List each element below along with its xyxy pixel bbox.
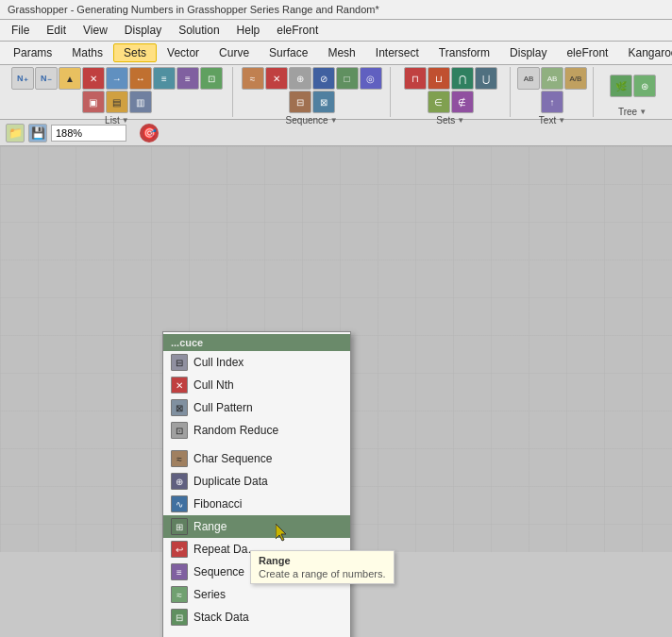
toolbar-icon-shift[interactable]: ↔ <box>129 67 152 90</box>
dropdown-item-fibonacci[interactable]: ∿ Fibonacci <box>163 493 350 515</box>
sequence-label: Sequence <box>193 565 244 578</box>
toolbar-group-arrow-sequence: ▼ <box>330 116 338 125</box>
toolbar-icon-sets1[interactable]: ⊓ <box>404 67 427 90</box>
toolbar: N₊ N₋ ▲ ✕ → ↔ ≡ ≡ ⊡ ▣ ▤ ▥ List ▼ ≈ ✕ ⊕ ⊘… <box>0 65 672 120</box>
menu-view[interactable]: View <box>76 22 115 39</box>
toolbar-group-text: AB AB A/B ↑ Text ▼ <box>512 67 594 117</box>
tab-surface[interactable]: Surface <box>260 44 317 61</box>
range-label: Range <box>193 520 227 533</box>
toolbar-icon-sets5[interactable]: ∈ <box>428 91 450 113</box>
toolbar-icon-n2[interactable]: N₋ <box>35 67 58 90</box>
zoom-input[interactable] <box>51 125 126 142</box>
toolbar-icon-tree2[interactable]: ⊛ <box>633 75 656 97</box>
char-sequence-label: Char Sequence <box>193 452 272 465</box>
dropdown-item-duplicate-data[interactable]: ⊕ Duplicate Data <box>163 470 350 493</box>
cull-nth-icon: ✕ <box>171 377 188 394</box>
toolbar-group-arrow-text: ▼ <box>558 116 565 125</box>
cull-pattern-label: Cull Pattern <box>193 401 253 414</box>
toolbar-icon-sets6[interactable]: ∉ <box>451 91 474 113</box>
window-title: Grasshopper - Generating Numbers in Gras… <box>8 4 379 15</box>
toolbar-icon-sort[interactable]: ▲ <box>59 67 81 90</box>
dropdown-item-cull-nth[interactable]: ✕ Cull Nth <box>163 374 350 396</box>
toolbar-icon-list6[interactable]: ▥ <box>129 91 152 113</box>
toolbar-group-tree: 🌿 ⊛ Tree ▼ <box>595 67 670 117</box>
toolbar-icon-n1[interactable]: N₊ <box>11 67 34 90</box>
random-reduce-label: Random Reduce <box>193 424 278 437</box>
duplicate-data-label: Duplicate Data <box>193 475 268 488</box>
series-icon: ≈ <box>171 586 188 603</box>
dropdown-item-series[interactable]: ≈ Series <box>163 583 350 606</box>
toolbar-icon-list4[interactable]: ▣ <box>82 91 105 113</box>
toolbar-icon-sets4[interactable]: ⋃ <box>475 67 497 90</box>
toolbar-icon-text1[interactable]: AB <box>517 67 540 90</box>
toolbar-icon-seq2[interactable]: ✕ <box>265 67 288 90</box>
toolbar-icon-seq6[interactable]: ◎ <box>360 67 382 90</box>
toolbar-icon-seq5[interactable]: □ <box>336 67 359 90</box>
toolbar-label-tree: Tree ▼ <box>618 107 647 117</box>
tab-sets[interactable]: Sets <box>113 43 157 62</box>
menu-display[interactable]: Display <box>117 22 169 39</box>
char-sequence-icon: ≈ <box>171 450 188 467</box>
tab-vector[interactable]: Vector <box>158 44 209 61</box>
toolbar-icon-seq7[interactable]: ⊟ <box>289 91 311 113</box>
dropdown-header: ...cuce <box>163 334 350 351</box>
cull-index-label: Cull Index <box>193 356 244 369</box>
toolbar-group-arrow-sets: ▼ <box>457 116 464 125</box>
tab-kangaroo2[interactable]: Kangaroo2 <box>618 44 672 61</box>
toolbar-sets-icons: ⊓ ⊔ ⋂ ⋃ ∈ ∉ <box>395 67 506 113</box>
toolbar-group-arrow-tree: ▼ <box>639 108 647 116</box>
toolbar-label-sequence: Sequence ▼ <box>286 115 338 126</box>
toolbar-icon-list5[interactable]: ▤ <box>106 91 128 113</box>
dropdown-item-cull-pattern[interactable]: ⊠ Cull Pattern <box>163 396 350 419</box>
target-icon[interactable]: 🎯 <box>140 124 159 142</box>
tab-intersect[interactable]: Intersect <box>366 44 428 61</box>
tab-bar: Params Maths Sets Vector Curve Surface M… <box>0 42 672 65</box>
tab-elefront[interactable]: eleFront <box>557 44 617 61</box>
toolbar-icon-seq4[interactable]: ⊘ <box>312 67 335 90</box>
stack-data-icon: ⊟ <box>171 609 188 626</box>
address-save-icon[interactable]: 💾 <box>28 124 47 142</box>
tooltip: Range Create a range of numbers. <box>250 550 395 584</box>
stack-data-label: Stack Data <box>193 611 249 624</box>
toolbar-group-list: N₊ N₋ ▲ ✕ → ↔ ≡ ≡ ⊡ ▣ ▤ ▥ List ▼ <box>2 67 233 117</box>
toolbar-icon-list2[interactable]: ≡ <box>176 67 199 90</box>
toolbar-icon-list1[interactable]: ≡ <box>153 67 176 90</box>
dropdown-item-range[interactable]: ⊞ Range <box>163 515 350 538</box>
tab-display[interactable]: Display <box>500 44 556 61</box>
canvas-area[interactable]: ...cuce ⊟ Cull Index ✕ Cull Nth ⊠ Cull P… <box>0 146 672 552</box>
toolbar-icon-text4[interactable]: ↑ <box>541 91 563 113</box>
menu-edit[interactable]: Edit <box>39 22 74 39</box>
dropdown-item-random-reduce[interactable]: ⊡ Random Reduce <box>163 419 350 442</box>
toolbar-icon-cross[interactable]: ✕ <box>82 67 105 90</box>
toolbar-icon-seq8[interactable]: ⊠ <box>312 91 335 113</box>
toolbar-group-sequence: ≈ ✕ ⊕ ⊘ □ ◎ ⊟ ⊠ Sequence ▼ <box>234 67 391 117</box>
toolbar-icon-dispatch[interactable]: → <box>106 67 128 90</box>
menu-help[interactable]: Help <box>229 22 268 39</box>
tab-transform[interactable]: Transform <box>429 44 499 61</box>
toolbar-icon-list3[interactable]: ⊡ <box>200 67 223 90</box>
toolbar-icon-text2[interactable]: AB <box>541 67 563 90</box>
tab-mesh[interactable]: Mesh <box>318 44 364 61</box>
toolbar-tree-icons: 🌿 ⊛ <box>610 67 656 105</box>
dropdown-item-stack-data[interactable]: ⊟ Stack Data <box>163 606 350 629</box>
toolbar-icon-text3[interactable]: A/B <box>564 67 587 90</box>
dropdown-item-char-sequence[interactable]: ≈ Char Sequence <box>163 447 350 470</box>
toolbar-icon-tree1[interactable]: 🌿 <box>610 75 632 97</box>
toolbar-sequence-icons: ≈ ✕ ⊕ ⊘ □ ◎ ⊟ ⊠ <box>238 67 386 113</box>
tooltip-title: Range <box>259 555 386 566</box>
tab-params[interactable]: Params <box>4 44 61 61</box>
fibonacci-label: Fibonacci <box>193 497 242 511</box>
menu-file[interactable]: File <box>4 22 37 39</box>
address-folder-icon[interactable]: 📁 <box>6 124 25 142</box>
toolbar-icon-seq1[interactable]: ≈ <box>242 67 264 90</box>
cull-nth-label: Cull Nth <box>193 378 234 392</box>
dropdown-item-cull-index[interactable]: ⊟ Cull Index <box>163 351 350 374</box>
menu-elefront[interactable]: eleFront <box>269 22 326 39</box>
toolbar-icon-sets3[interactable]: ⋂ <box>451 67 474 90</box>
toolbar-icon-seq3[interactable]: ⊕ <box>289 67 311 90</box>
cull-index-icon: ⊟ <box>171 354 188 371</box>
tab-maths[interactable]: Maths <box>62 44 112 61</box>
tab-curve[interactable]: Curve <box>210 44 259 61</box>
menu-solution[interactable]: Solution <box>171 22 227 39</box>
toolbar-icon-sets2[interactable]: ⊔ <box>428 67 450 90</box>
